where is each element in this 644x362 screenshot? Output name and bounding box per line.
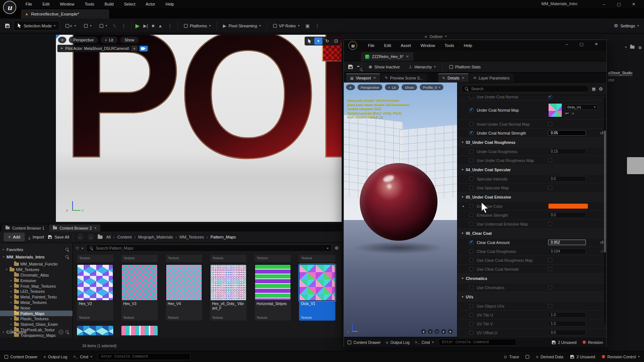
tab-layer-parameters[interactable]: ≋Layer Parameters	[469, 74, 514, 82]
asset-tab[interactable]: ZZZRetro_Hex_5* ✕	[361, 52, 413, 61]
value-field[interactable]: 0.104	[548, 248, 586, 254]
toolbar-overflow-icon[interactable]: ⋮	[120, 23, 128, 28]
reset-to-default-icon[interactable]: ↺	[600, 249, 604, 254]
override-checkbox[interactable]	[469, 322, 473, 326]
value-field[interactable]: 0.0	[548, 176, 586, 182]
override-checkbox[interactable]	[469, 158, 473, 162]
platform-stats-button[interactable]: Platform Stats	[447, 63, 483, 71]
hierarchy-dropdown[interactable]: ⊥Hierarchy▾	[406, 63, 438, 71]
value-checkbox[interactable]	[548, 304, 552, 308]
value-checkbox[interactable]	[548, 122, 552, 126]
detail-row-use-under-coat-roughness-map[interactable]: Use Under Coat Roughness Map	[457, 156, 607, 165]
detail-row-use-undercoat-emissive-map[interactable]: Use Undercoat Emissive Map	[457, 220, 607, 229]
output-log-button[interactable]: ≡Output Log	[44, 355, 67, 359]
level-tab[interactable]: ▲ Retroreflective_Example*	[21, 9, 109, 18]
menu-item-help[interactable]: Help	[161, 1, 178, 7]
quixel-icon[interactable]: ⟍	[113, 23, 116, 28]
saved-search-icon[interactable]: ▾	[327, 247, 328, 250]
detail-row-emissive-strength[interactable]: Emissive Strength0.0	[457, 211, 607, 220]
browse-to-asset-icon[interactable]: ⌕	[572, 111, 574, 116]
screenshot-icon[interactable]	[526, 355, 529, 359]
pixel-streaming-dropdown[interactable]: ▶Pixel Streaming▾	[221, 22, 263, 30]
platforms-dropdown[interactable]: Platforms▾	[182, 22, 213, 30]
color-swatch[interactable]	[548, 203, 588, 209]
tree-item-mm-material-functio[interactable]: MM_Material_Functio	[0, 261, 73, 267]
value-field[interactable]: 0.0	[548, 212, 586, 218]
details-settings-icon[interactable]: ⚙	[598, 86, 603, 92]
override-checkbox[interactable]	[469, 331, 473, 335]
detail-row-use-chromatics[interactable]: Use Chromatics	[457, 283, 607, 292]
override-checkbox[interactable]	[469, 240, 473, 244]
menu-item-select[interactable]: Select	[120, 1, 140, 7]
move-tool-icon[interactable]: +	[314, 37, 322, 45]
tab-content-browser-1[interactable]: Content Browser 1	[1, 224, 48, 231]
tree-item-emissive[interactable]: ▸Emissive	[0, 278, 73, 283]
breadcrumb-item-mograph-materials[interactable]: Mograph_Materials	[138, 235, 173, 239]
outliner-item[interactable]: aShoot_Studio	[608, 71, 633, 76]
asset-tile-hex-v2[interactable]: Hex_V2Texture	[77, 264, 113, 321]
selection-mode-dropdown[interactable]: Selection Mode▾	[13, 21, 60, 31]
cmd-dropdown[interactable]: >_Cmd▾	[73, 355, 92, 359]
frame-skip-button[interactable]: ▶|	[143, 23, 148, 28]
override-checkbox[interactable]	[469, 186, 473, 190]
override-checkbox[interactable]	[469, 313, 473, 317]
show-dropdown[interactable]: Show	[402, 84, 417, 90]
detail-row-specular-intensity[interactable]: Specular Intensity0.0	[457, 175, 607, 183]
import-button[interactable]: ↓Import	[28, 235, 44, 239]
value-field[interactable]: 1.0	[548, 321, 586, 327]
details-search-input[interactable]	[471, 87, 585, 91]
detail-row-emissive-color[interactable]: ▸Emissive Color	[457, 202, 607, 211]
menu-item-tools[interactable]: Tools	[80, 1, 99, 7]
select-tool-icon[interactable]	[305, 37, 313, 45]
show-dropdown[interactable]: Show	[120, 37, 139, 43]
value-checkbox[interactable]	[548, 186, 552, 190]
revision-control-button[interactable]: Revision	[583, 340, 603, 345]
detail-row-uv-tile-v[interactable]: UV Tile V1.0	[457, 319, 607, 328]
tree-item-metal-painted-textu[interactable]: ▸Metal_Painted_Textu	[0, 294, 73, 300]
override-checkbox[interactable]	[469, 285, 473, 290]
value-field[interactable]: 1.0	[548, 312, 586, 318]
menu-item-help[interactable]: Help	[459, 42, 477, 49]
override-checkbox[interactable]	[469, 177, 473, 181]
value-field[interactable]: 0.0	[548, 330, 586, 335]
detail-row-use-under-coat-normal[interactable]: Use Under Coat Normal	[457, 95, 607, 101]
override-checkbox[interactable]	[469, 108, 473, 112]
unsaved-button[interactable]: 2 Unsaved	[570, 355, 595, 359]
value-checkbox[interactable]	[548, 95, 552, 99]
level-viewport[interactable]: POR ≡ Perspective ◐Lit Show + ↻ ⊡ ✈ Pilo…	[56, 35, 342, 222]
save-all-button[interactable]: Save All	[48, 235, 69, 239]
cmd-dropdown[interactable]: >_Cmd▾	[415, 340, 434, 345]
tab-preview-scene-settings[interactable]: ✎Preview Scene S...	[381, 74, 427, 82]
filter-icon[interactable]: ▽	[76, 246, 79, 250]
perspective-dropdown[interactable]: Perspective	[69, 37, 98, 43]
add-button[interactable]: +Add	[4, 233, 25, 241]
content-drawer-button[interactable]: Content Drawer	[348, 340, 381, 345]
details-scrollbar[interactable]	[604, 97, 606, 323]
override-checkbox[interactable]	[469, 222, 473, 226]
asset-search-input[interactable]	[96, 246, 325, 250]
toolbar-overflow2-icon[interactable]: ⋮	[313, 23, 321, 28]
menu-item-tools[interactable]: Tools	[440, 42, 459, 49]
expand-icon[interactable]: ▸	[463, 204, 464, 208]
section-header-03-under-coat-roughness[interactable]: ▾03_Under Coat Roughness	[457, 138, 607, 147]
override-checkbox[interactable]	[469, 122, 473, 126]
cylinder-shape-icon[interactable]: ▮	[421, 329, 426, 334]
content-drawer-button[interactable]: Content Drawer	[4, 355, 38, 359]
menu-item-window[interactable]: Window	[416, 42, 440, 49]
detail-row-under-coat-normal-map[interactable]: Under Coat Normal MapOcto_V1▾↩⌕	[457, 101, 607, 120]
cube-shape-icon[interactable]: ■	[441, 329, 446, 334]
profile-dropdown[interactable]: Profile_0▾	[420, 84, 444, 90]
sphere-shape-icon[interactable]: ●	[428, 329, 433, 334]
asset-search-box[interactable]: ▾	[86, 244, 332, 252]
trace-button[interactable]: ⊙Trace	[504, 355, 519, 359]
save-icon[interactable]	[5, 24, 10, 28]
favorites-header[interactable]: ▸ Favorites	[0, 246, 73, 253]
close-tab-icon[interactable]: ✕	[94, 226, 97, 230]
menu-item-edit[interactable]: Edit	[379, 42, 396, 49]
camera-toggle-icon[interactable]	[140, 46, 148, 51]
maximize-icon[interactable]: ▢	[611, 0, 626, 8]
camera-icon[interactable]: ▣	[305, 23, 309, 28]
vp-roles-dropdown[interactable]: VP Roles▾	[271, 22, 302, 30]
detail-row-clear-coat-roughness[interactable]: Clear Coat Roughness0.104↺	[457, 247, 607, 256]
project-root-header[interactable]: ▾ MM_Materials_Intro	[0, 253, 73, 261]
